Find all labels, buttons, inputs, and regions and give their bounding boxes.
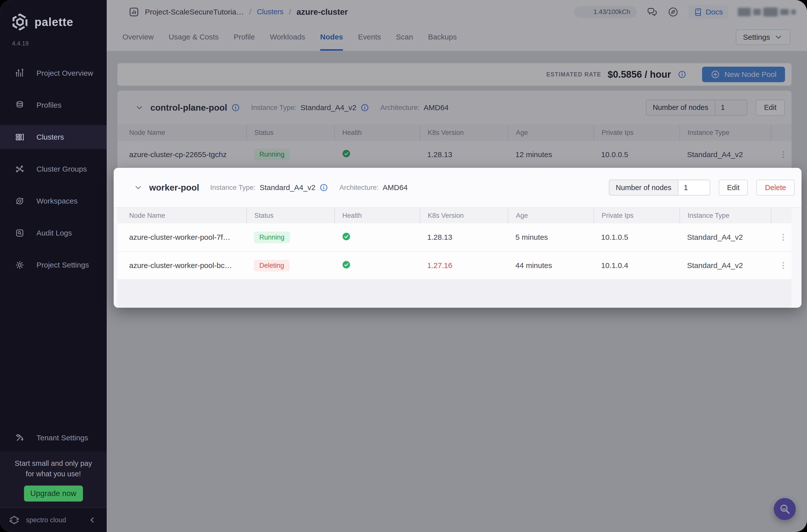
upgrade-promo: Start small and only pay for what you us… [0, 452, 107, 508]
sidebar-item-label: Project Settings [36, 261, 89, 269]
orbit-icon [15, 196, 24, 206]
info-icon[interactable] [319, 183, 328, 192]
worker-pool-header: worker-pool Instance Type: Standard_A4_v… [114, 168, 802, 208]
edit-pool-button[interactable]: Edit [719, 179, 748, 195]
log-search-icon [15, 228, 24, 238]
k8s-version: 1.28.13 [427, 233, 515, 242]
column-actions [771, 208, 791, 223]
spectro-cloud-logo-icon [7, 513, 21, 527]
server-icon [15, 132, 24, 142]
promo-text-line1: Start small and only pay [0, 458, 107, 469]
sidebar-item-profiles[interactable]: Profiles [0, 93, 107, 117]
worker-pool-highlight-card: worker-pool Instance Type: Standard_A4_v… [114, 168, 802, 308]
row-menu-icon[interactable] [778, 260, 788, 271]
gear-icon [15, 260, 24, 270]
column-status: Status [246, 208, 342, 223]
delete-pool-button[interactable]: Delete [756, 179, 795, 195]
sidebar-item-label: Audit Logs [36, 229, 72, 237]
pool-name: worker-pool [149, 183, 199, 193]
status-badge: Deleting [254, 260, 289, 271]
node-age: 5 minutes [515, 233, 601, 242]
private-ips: 10.1.0.4 [601, 261, 687, 270]
instance-type: Standard_A4_v2 [687, 261, 778, 270]
sidebar-item-audit-logs[interactable]: Audit Logs [0, 221, 107, 245]
chevron-down-icon[interactable] [134, 183, 143, 192]
layers-icon [15, 100, 24, 110]
number-of-nodes-label: Number of nodes [609, 180, 678, 195]
sidebar-item-label: Workspaces [36, 197, 78, 205]
node-name: azure-cluster-worker-pool-bc… [129, 261, 254, 270]
column-instance-type: Instance Type [680, 208, 778, 223]
number-of-nodes-field: Number of nodes 1 [609, 179, 710, 195]
node-name: azure-cluster-worker-pool-7f… [129, 233, 254, 242]
brand-name: palette [35, 15, 73, 29]
promo-text-line2: for what you use! [0, 469, 107, 479]
sidebar-footer: spectro cloud [0, 508, 107, 532]
sidebar-item-tenant-settings[interactable]: Tenant Settings [0, 426, 107, 450]
sidebar-item-label: Project Overview [36, 69, 93, 77]
instance-type: Standard_A4_v2 [687, 233, 778, 242]
column-node-name: Node Name [129, 208, 254, 223]
collapse-sidebar-icon[interactable] [88, 516, 97, 524]
upgrade-now-button[interactable]: Upgrade now [24, 486, 83, 501]
sidebar-item-project-overview[interactable]: Project Overview [0, 61, 107, 85]
architecture-label: Architecture: [339, 184, 378, 192]
column-k8s-version: K8s Version [420, 208, 515, 223]
app-window: palette 4.4.19 Project Overview Profiles… [0, 0, 807, 532]
pool-actions: Number of nodes 1 Edit Delete [609, 179, 795, 195]
sidebar-item-clusters[interactable]: Clusters [0, 125, 107, 149]
sidebar-item-label: Clusters [36, 133, 64, 141]
number-of-nodes-input[interactable]: 1 [678, 180, 710, 195]
node-age: 44 minutes [515, 261, 601, 270]
k8s-version: 1.27.16 [427, 261, 515, 270]
row-menu-icon[interactable] [778, 231, 788, 243]
sidebar-nav: Project Overview Profiles Clusters Clust… [0, 61, 107, 277]
sidebar-item-label: Profiles [36, 101, 61, 109]
health-check-icon [342, 232, 351, 241]
palette-logo-icon [11, 13, 29, 31]
sidebar-item-project-settings[interactable]: Project Settings [0, 253, 107, 277]
status-badge: Running [254, 231, 290, 243]
private-ips: 10.1.0.5 [601, 233, 687, 242]
tools-icon [15, 433, 24, 442]
sidebar-item-workspaces[interactable]: Workspaces [0, 189, 107, 213]
instance-type-value: Standard_A4_v2 [260, 183, 316, 192]
sidebar-item-cluster-groups[interactable]: Cluster Groups [0, 157, 107, 181]
palette-logo: palette [0, 0, 107, 31]
app-version: 4.4.19 [0, 31, 107, 47]
column-age: Age [508, 208, 601, 223]
table-row: azure-cluster-worker-pool-7f… Running 1.… [117, 223, 791, 251]
architecture-value: AMD64 [383, 183, 408, 192]
main-content: Project-ScaleSecureTutoria… / Clusters /… [107, 0, 807, 532]
nodes-table-header: Node Name Status Health K8s Version Age … [117, 208, 791, 223]
sidebar-item-label: Cluster Groups [36, 165, 87, 173]
bar-chart-icon [15, 69, 24, 78]
footer-brand: spectro cloud [26, 516, 88, 524]
worker-pool-table-footer [117, 279, 791, 308]
column-private-ips: Private Ips [594, 208, 687, 223]
sidebar-item-label: Tenant Settings [36, 434, 88, 442]
network-icon [15, 164, 24, 174]
sidebar: palette 4.4.19 Project Overview Profiles… [0, 0, 107, 532]
table-row: azure-cluster-worker-pool-bc… Deleting 1… [117, 251, 791, 279]
column-health: Health [334, 208, 427, 223]
health-check-icon [342, 260, 351, 269]
instance-type-label: Instance Type: [210, 184, 256, 192]
